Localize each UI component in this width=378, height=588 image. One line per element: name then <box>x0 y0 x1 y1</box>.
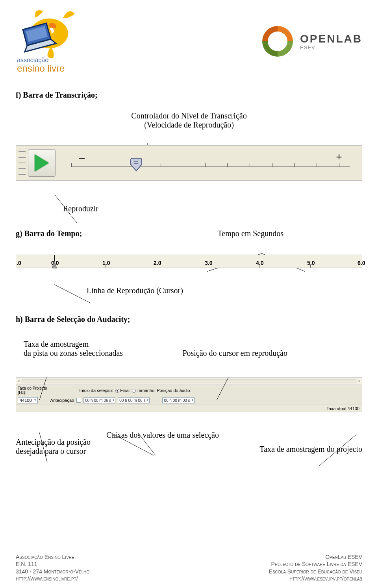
snap-checkbox[interactable] <box>76 398 81 403</box>
svg-line-10 <box>54 285 90 303</box>
project-rate-label-1: Taxa do Projecto <box>18 386 47 390</box>
controller-label-1: Controlador do Nível de Transcrição <box>16 111 362 120</box>
actual-rate-label: Taxa atual 44100 <box>326 406 359 411</box>
logo-openlab: OPENLAB ESEV <box>260 24 362 59</box>
logo-ensino-livre: associação ensino livre <box>16 4 87 75</box>
time-tick: 6.0 <box>358 260 365 266</box>
time-tick: 1.0 <box>102 260 110 266</box>
reproduzir-label: Reproduzir <box>63 204 362 213</box>
transcription-toolbar: – + <box>16 145 362 181</box>
radio-final-label: Final <box>120 388 130 393</box>
project-rate-caption: Taxa de amostragem do projecto <box>259 445 362 454</box>
audio-position-time[interactable]: 00 h 00 m 00 s <box>162 398 194 403</box>
snap-caption-1: Antecipação da posição <box>16 438 91 447</box>
selection-bar: < > Taxa do Projecto (Hz): Início da sel… <box>16 377 362 412</box>
cursor-position-caption: Posição do cursor em reprodução <box>182 349 287 358</box>
svg-marker-9 <box>52 261 57 268</box>
plus-icon: + <box>336 151 342 163</box>
openlab-sub: ESEV <box>300 44 362 50</box>
section-f-title: f) Barra de Transcrição; <box>16 91 362 100</box>
sample-rate-caption-1: Taxa de amostragem <box>24 340 123 349</box>
selection-end-time[interactable]: 00 h 00 m 06 s <box>118 398 150 403</box>
radio-tamanho-label: Tamanho <box>137 388 154 393</box>
play-icon <box>35 154 49 172</box>
controller-label-2: (Velocidade de Reprodução) <box>16 120 362 129</box>
selection-start-time[interactable]: 00 h 00 m 06 s <box>83 398 115 403</box>
footer-left-1: Associação Ensino Livre <box>16 553 89 560</box>
tempo-segundos-label: Tempo em Segundos <box>218 229 284 238</box>
cursor-marker-icon <box>52 261 57 268</box>
minus-icon: – <box>79 151 85 163</box>
slider-thumb-icon[interactable] <box>130 157 142 172</box>
drag-handle-icon[interactable] <box>19 149 26 177</box>
scroll-left-icon[interactable]: < <box>18 379 20 383</box>
project-rate-combo[interactable]: 44100 <box>18 397 38 403</box>
footer-right-3: Escola Superior de Educação de Viseu <box>269 568 362 575</box>
snap-to-label: Antecipação <box>50 398 74 403</box>
play-button[interactable] <box>28 149 56 177</box>
time-bar[interactable]: .0 0,0 1.0 2.0 3.0 4.0 5.0 6.0 <box>16 255 362 268</box>
footer-right-4: http://www.esev.ipv.pt/openlab <box>269 575 362 582</box>
footer-left-2: E.N. 111 <box>16 560 89 568</box>
project-rate-label-2: (Hz): <box>18 390 47 395</box>
page-header: associação ensino livre OPENLAB ESEV <box>0 0 378 79</box>
time-tick: 3.0 <box>205 260 212 266</box>
radio-final[interactable] <box>115 389 119 393</box>
speed-slider[interactable]: – + <box>59 149 362 177</box>
section-g-title: g) Barra do Tempo; <box>16 229 82 238</box>
page-footer: Associação Ensino Livre E.N. 111 3140 - … <box>16 553 362 582</box>
time-tick: 4.0 <box>256 260 263 266</box>
selection-start-label: Início da seleção: <box>80 388 113 393</box>
radio-tamanho[interactable] <box>132 389 136 393</box>
time-tick: 5.0 <box>307 260 315 266</box>
footer-left-3: 3140 - 274 Montemor-o-Velho <box>16 568 89 575</box>
time-tick: .0 <box>17 260 21 266</box>
audio-position-label: Posição do áudio: <box>157 388 191 393</box>
openlab-title: OPENLAB <box>300 33 362 45</box>
snap-caption-2: desejada para o cursor <box>16 447 91 456</box>
footer-right-1: OpenLab ESEV <box>269 553 362 560</box>
time-tick: 2.0 <box>154 260 161 266</box>
scroll-right-icon[interactable]: > <box>358 379 360 383</box>
cursor-line-label: Linha de Reprodução (Cursor) <box>87 286 362 295</box>
horizontal-scrollbar[interactable]: < > <box>16 378 362 385</box>
footer-right-2: Projecto de Software Livre da ESEV <box>269 560 362 568</box>
selection-boxes-caption: Caixas dos valores de uma selecção <box>102 431 248 440</box>
logo-text-top: associação <box>17 57 48 63</box>
logo-text-bottom: ensino livre <box>17 63 65 74</box>
section-h-title: h) Barra de Selecção do Audacity; <box>16 315 362 324</box>
sample-rate-caption-2: da pista ou zonas seleccionadas <box>24 349 123 358</box>
footer-left-4: http://www.ensinolivre.pt/ <box>16 575 89 582</box>
